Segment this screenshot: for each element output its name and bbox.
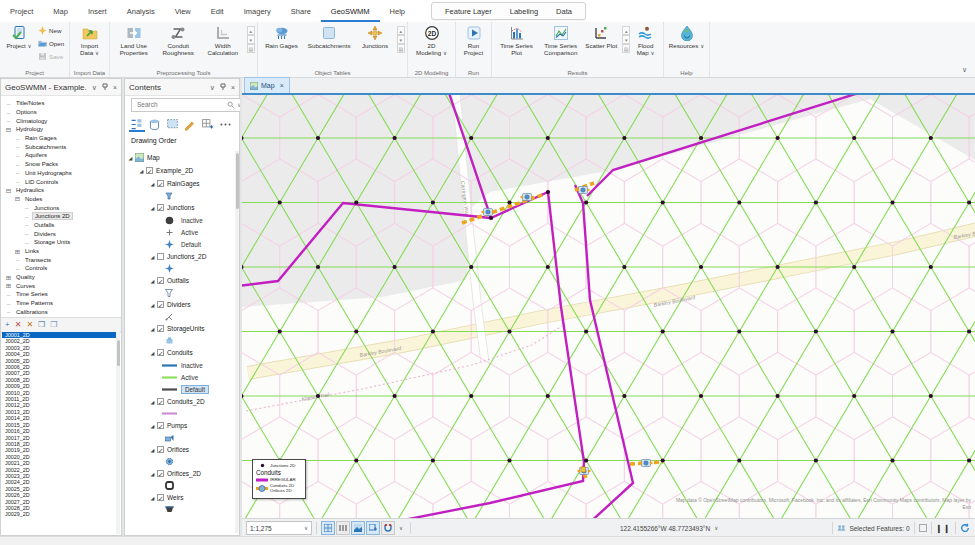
tree-item-time-patterns[interactable]: –Time Patterns: [5, 299, 121, 308]
tree-item-options[interactable]: –Options: [5, 108, 121, 117]
layer-expand-caret[interactable]: ◢: [149, 399, 156, 405]
layer-symbol-raingage[interactable]: [127, 190, 233, 201]
layer-expand-caret[interactable]: ◢: [149, 350, 156, 356]
layer-symbol-active[interactable]: Active: [127, 226, 233, 238]
layer-orifices-2d[interactable]: ◢✓Orifices_2D: [127, 467, 233, 480]
tab-selection[interactable]: [164, 117, 180, 132]
expander-plus-icon[interactable]: ⊞: [5, 282, 12, 289]
layer-pumps[interactable]: ◢✓Pumps: [127, 419, 233, 432]
tree-item-title-notes[interactable]: –Title/Notes: [5, 99, 121, 108]
contextual-tab-feature-layer[interactable]: Feature Layer: [436, 7, 501, 16]
map-tab[interactable]: Map ×: [244, 77, 290, 93]
layer-expand-caret[interactable]: ◢: [149, 181, 156, 187]
menu-tab-map[interactable]: Map: [43, 0, 78, 22]
layer-expand-caret[interactable]: ◢: [149, 326, 156, 332]
snapping-button[interactable]: [381, 521, 395, 535]
tree-item-controls[interactable]: –Controls: [5, 264, 121, 273]
expander-minus-icon[interactable]: ⊟: [14, 195, 21, 202]
tree-item-outfalls[interactable]: –Outfalls: [5, 221, 121, 230]
tree-item-subcatchments[interactable]: –Subcatchments: [5, 142, 121, 151]
tab-labeling[interactable]: [200, 117, 216, 132]
basemap-toggle[interactable]: [351, 521, 365, 535]
conduit-roughness-button[interactable]: Conduit Roughness: [156, 24, 201, 68]
expander-plus-icon[interactable]: ⊞: [14, 248, 21, 255]
project-button[interactable]: Project ∨: [2, 24, 36, 68]
resources-button[interactable]: Resources ∨: [666, 24, 707, 68]
layer-checkbox[interactable]: ✓: [157, 277, 164, 284]
scale-combobox[interactable]: 1:1,275 ∨: [246, 521, 312, 535]
export-ids-button[interactable]: ❒: [50, 321, 57, 329]
layer-checkbox[interactable]: ✓: [146, 167, 153, 174]
grid-view-toggle[interactable]: [321, 521, 335, 535]
tree-item-lid-controls[interactable]: –LID Controls: [5, 177, 121, 186]
tree-item-calibrations[interactable]: –Calibrations: [5, 308, 121, 316]
tree-item-aquifers[interactable]: –Aquifers: [5, 151, 121, 160]
layer-expand-caret[interactable]: ◢: [138, 168, 145, 174]
menu-tab-analysis[interactable]: Analysis: [117, 0, 165, 22]
layout-icon[interactable]: [919, 524, 927, 532]
scatter-plot-button[interactable]: Scatter Plot: [582, 24, 620, 68]
map-viewport[interactable]: Barkley BoulevardBarkley BoulevardBarkle…: [242, 95, 975, 518]
subcatchments-button[interactable]: Subcatchments: [303, 24, 355, 68]
tree-item-hydrology[interactable]: ⊟Hydrology: [5, 125, 121, 134]
layer-storageunits[interactable]: ◢✓StorageUnits: [127, 322, 233, 335]
layer-symbol-star-blue[interactable]: [127, 263, 233, 274]
snapping-chevron-icon[interactable]: ∨: [399, 525, 403, 531]
panel-menu-chevron-icon[interactable]: ∨: [210, 84, 215, 91]
layer-symbol-storage[interactable]: [127, 335, 233, 346]
pause-drawing-button[interactable]: ❙❙: [936, 524, 951, 533]
layer-expand-caret[interactable]: ◢: [149, 495, 156, 501]
layer-symbol-line-magenta[interactable]: [127, 408, 233, 419]
layer-example-2d[interactable]: ◢✓Example_2D: [127, 164, 233, 177]
contextual-tab-labeling[interactable]: Labeling: [501, 7, 547, 16]
id-list-scrollbar[interactable]: [116, 332, 120, 534]
tree-item-unit-hydrographs[interactable]: –Unit Hydrographs: [5, 169, 121, 178]
save-button[interactable]: Save: [38, 50, 64, 63]
layer-weirs[interactable]: ◢✓Weirs: [127, 491, 233, 504]
layer-symbol-default[interactable]: Default: [127, 238, 233, 250]
contextual-tab-data[interactable]: Data: [547, 7, 581, 16]
orifice-2d-icon[interactable]: [521, 194, 534, 201]
run-project-button[interactable]: Run Project: [458, 24, 489, 68]
map-tab-close-icon[interactable]: ×: [280, 82, 284, 89]
layer-expand-caret[interactable]: ◢: [149, 447, 156, 453]
layer-checkbox[interactable]: ✓: [157, 349, 164, 356]
junctions-button[interactable]: Junctions: [355, 24, 394, 68]
menu-tab-share[interactable]: Share: [281, 0, 321, 22]
menu-tab-imagery[interactable]: Imagery: [234, 0, 281, 22]
layer-checkbox[interactable]: ✓: [157, 446, 164, 453]
menu-tab-geoswmm[interactable]: GeoSWMM: [321, 0, 380, 22]
layer-symbol-default[interactable]: Default: [127, 383, 233, 395]
layer-orifices[interactable]: ◢✓Orifices: [127, 443, 233, 456]
layer-dividers[interactable]: ◢✓Dividers: [127, 298, 233, 311]
layer-junctions-2d[interactable]: ◢Junctions_2D: [127, 250, 233, 263]
table-view-toggle[interactable]: [336, 521, 350, 535]
tree-item-nodes[interactable]: ⊟Nodes: [5, 195, 121, 204]
gallery-scroll-buttons[interactable]: ▴▾▤: [247, 26, 255, 53]
gallery-scroll-buttons[interactable]: ▴▾▤: [622, 26, 630, 53]
layer-outfalls[interactable]: ◢✓Outfalls: [127, 274, 233, 287]
tree-item-junctions[interactable]: –Junctions: [5, 203, 121, 212]
id-list-item[interactable]: J0029_2D: [2, 511, 120, 517]
layer-checkbox[interactable]: ✓: [157, 325, 164, 332]
menu-tab-insert[interactable]: Insert: [78, 0, 117, 22]
layer-checkbox[interactable]: ✓: [157, 422, 164, 429]
load-ids-button[interactable]: ❒: [38, 321, 45, 329]
layer-map[interactable]: ◢Map: [127, 151, 233, 164]
coordinates-display[interactable]: 122.4155266°W 48.7723493°N ∨: [620, 525, 718, 532]
tree-item-time-series[interactable]: –Time Series: [5, 290, 121, 299]
layer-symbol-orifice2d[interactable]: [127, 480, 233, 491]
tab-drawing-order[interactable]: [129, 117, 145, 132]
orifice-2d-icon[interactable]: [577, 187, 590, 194]
gallery-scroll-buttons[interactable]: ▴▾▤: [397, 26, 405, 53]
add-id-button[interactable]: +: [5, 321, 10, 329]
layer-symbol-inactive[interactable]: Inactive: [127, 359, 233, 371]
land-use-properties-button[interactable]: Land Use Properties: [112, 24, 156, 68]
menu-tab-project[interactable]: Project: [0, 0, 43, 22]
layer-expand-caret[interactable]: ◢: [149, 423, 156, 429]
layer-symbol-orifice[interactable]: [127, 456, 233, 467]
layer-symbol-divider[interactable]: [127, 311, 233, 322]
open-button[interactable]: Open: [38, 37, 64, 50]
tree-item-junctions-2d[interactable]: –Junctions 2D: [5, 212, 121, 221]
layer-checkbox[interactable]: ✓: [157, 470, 164, 477]
